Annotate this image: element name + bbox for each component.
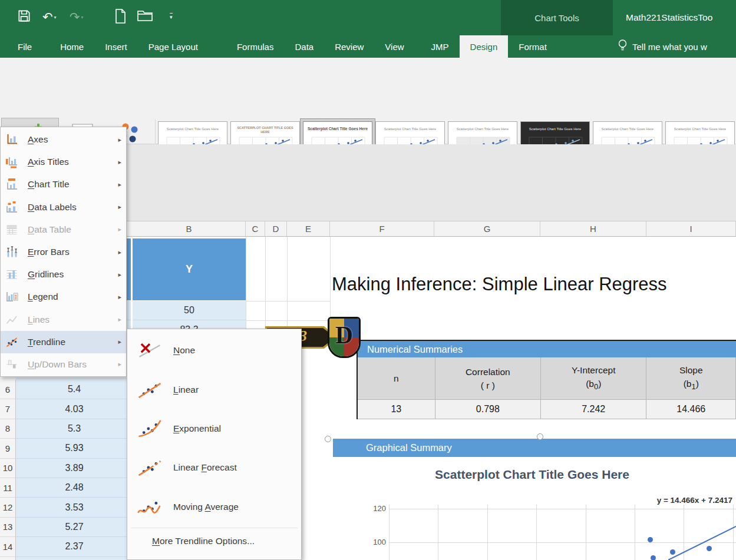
tab-insert[interactable]: Insert [94, 35, 138, 58]
submenu-item-label: Linear [173, 385, 199, 395]
submenu-item-more-trendline-options[interactable]: More Trendline Options... [127, 529, 301, 553]
redo-button[interactable]: ↷▾ [70, 8, 84, 26]
tab-page-layout[interactable]: Page Layout [138, 35, 209, 58]
column-header-I[interactable]: I [646, 221, 736, 236]
row-header-14[interactable]: 14 [0, 537, 16, 556]
column-header-C[interactable]: C [246, 221, 265, 236]
row-header-13[interactable]: 13 [0, 518, 16, 537]
error-bars-icon [5, 246, 19, 259]
submenu-item-linear-forecast[interactable]: Linear Forecast [127, 448, 301, 487]
undo-button[interactable]: ↶▾ [42, 8, 57, 26]
customize-qat-icon[interactable]: ▾ [170, 13, 173, 20]
cell-a1-sliver[interactable] [127, 238, 131, 300]
cell-x-value[interactable]: 5.27 [16, 518, 133, 537]
column-header-D[interactable]: D [265, 221, 287, 236]
column-header-H[interactable]: H [540, 221, 646, 236]
document-title: Math221StatisticsToo [626, 0, 712, 35]
cell-x-value[interactable]: 2.37 [16, 537, 133, 556]
scatter-point[interactable] [670, 549, 675, 555]
summary-header-cell[interactable]: Slope(b1) [646, 357, 736, 400]
summary-value-cell[interactable]: 7.242 [541, 400, 646, 419]
summary-value-cell[interactable]: 13 [358, 400, 435, 419]
trendline-equation[interactable]: y = 14.466x + 7.2417 [657, 496, 732, 505]
cell-y-header[interactable]: Y [133, 238, 246, 300]
submenu-item-none[interactable]: None [127, 331, 301, 370]
cell-sliver[interactable] [127, 301, 131, 320]
cell-x-value[interactable]: 4.03 [16, 399, 133, 419]
row-header-8[interactable]: 8 [0, 419, 16, 439]
submenu-item-exponential[interactable]: Exponential [127, 409, 301, 448]
menu-item-trendline[interactable]: Trendline▸ [1, 331, 126, 353]
summary-value-cell[interactable]: 14.466 [646, 400, 736, 419]
cell-x-value[interactable]: 5.3 [16, 419, 133, 439]
row-header-11[interactable]: 11 [0, 478, 16, 498]
svg-text:Scatterplot Chart Title Goes H: Scatterplot Chart Title Goes Here [457, 127, 509, 131]
selection-handle[interactable] [325, 436, 331, 442]
submenu-arrow-icon: ▸ [118, 136, 121, 144]
menu-item-data-labels[interactable]: Data Labels▸ [1, 196, 126, 218]
column-header-B[interactable]: B [133, 221, 246, 236]
column-header-G[interactable]: G [434, 221, 540, 236]
menu-item-gridlines[interactable]: Gridlines▸ [1, 263, 126, 286]
summary-header-cell[interactable]: Y-Intercept(b0) [541, 357, 646, 400]
submenu-item-linear[interactable]: Linear [127, 370, 301, 409]
cell-x-value[interactable]: 3.53 [16, 498, 133, 517]
row-header-9[interactable]: 9 [0, 439, 16, 458]
tab-view[interactable]: View [374, 35, 414, 58]
save-icon[interactable] [16, 8, 32, 24]
row-header-15[interactable] [0, 557, 16, 560]
menu-item-chart-title[interactable]: Chart Title▸ [1, 173, 126, 195]
menu-item-legend[interactable]: Legend▸ [1, 286, 126, 308]
lines-icon [5, 313, 19, 326]
worksheet-title[interactable]: Making Inference: Simple Linear Regress [332, 274, 736, 295]
cell-x-value[interactable] [16, 557, 133, 560]
tab-jmp[interactable]: JMP [421, 35, 460, 58]
menu-item-axis-titles[interactable]: Axis Titles▸ [1, 151, 126, 173]
menu-item-axes[interactable]: Axes▸ [1, 128, 126, 151]
scatter-point[interactable] [651, 555, 656, 560]
column-header-F[interactable]: F [330, 221, 434, 236]
graphical-summary-header[interactable]: Graphical Summary [333, 439, 736, 457]
row-header-12[interactable]: 12 [0, 498, 16, 517]
menu-item-label: Lines [28, 314, 118, 325]
contextual-tab-group: Chart Tools [501, 0, 613, 35]
chart-title-icon [5, 178, 19, 191]
tab-data[interactable]: Data [284, 35, 324, 58]
menu-item-error-bars[interactable]: Error Bars▸ [1, 241, 126, 263]
row-header-7[interactable]: 7 [0, 399, 16, 419]
selection-handle[interactable] [537, 433, 543, 440]
numerical-summaries-header[interactable]: Numerical Summaries [357, 340, 736, 357]
scatter-point[interactable] [648, 537, 653, 542]
chart-title[interactable]: Scatterplot Chart Title Goes Here [328, 468, 736, 482]
cell-x-value[interactable]: 5.4 [16, 380, 133, 399]
none-trendline-icon [133, 338, 166, 363]
moving-average-trendline-icon [133, 495, 166, 519]
data-labels-icon [5, 201, 19, 214]
cell-x-value[interactable]: 3.89 [16, 459, 133, 478]
cell-y-value[interactable]: 50 [133, 301, 246, 320]
row-header-10[interactable]: 10 [0, 459, 16, 478]
tab-home[interactable]: Home [49, 35, 94, 58]
contextual-tab-label: Chart Tools [534, 13, 579, 23]
tab-formulas[interactable]: Formulas [226, 35, 285, 58]
submenu-item-moving-average[interactable]: Moving Average [127, 488, 301, 526]
tell-me-box[interactable]: Tell me what you w [618, 35, 707, 58]
svg-text:Scatterplot Chart Title Goes H: Scatterplot Chart Title Goes Here [674, 127, 727, 131]
cell-x-value[interactable]: 2.48 [16, 478, 133, 498]
column-header-E[interactable]: E [287, 221, 330, 236]
scatter-point[interactable] [707, 546, 712, 551]
tab-review[interactable]: Review [324, 35, 374, 58]
summary-header-cell[interactable]: n [358, 357, 435, 400]
tab-format[interactable]: Format [508, 35, 557, 58]
new-document-icon[interactable] [113, 8, 127, 24]
cell-x-value[interactable]: 5.93 [16, 439, 133, 458]
open-folder-icon[interactable] [137, 8, 153, 22]
summary-value-cell[interactable]: 0.798 [435, 400, 541, 419]
summary-header-cell[interactable]: Correlation( r ) [435, 357, 541, 400]
menu-item-label: Data Table [28, 224, 118, 235]
submenu-arrow-icon: ▸ [118, 360, 121, 368]
tab-design[interactable]: Design [460, 35, 509, 58]
row-header-6[interactable]: 6 [0, 380, 16, 399]
updown-bars-icon [5, 358, 19, 371]
tab-file[interactable]: File [0, 35, 49, 58]
